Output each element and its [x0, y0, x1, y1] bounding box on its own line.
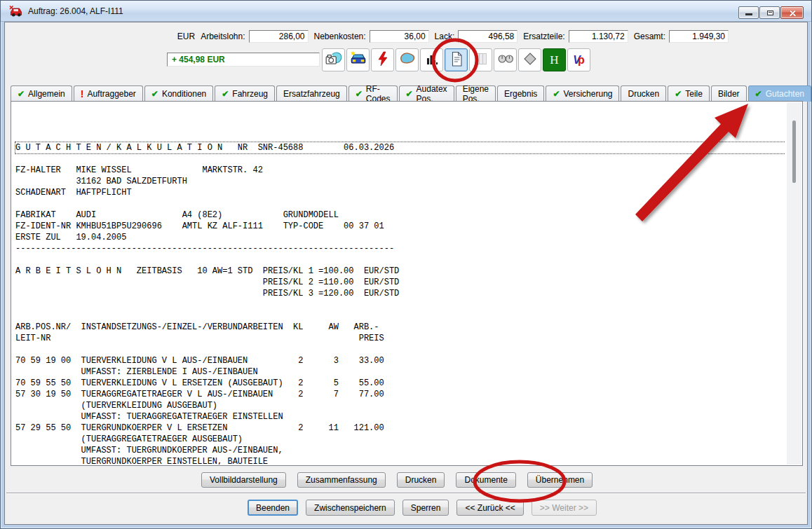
report-line[interactable]: FABRIKAT AUDI A4 (8E2) GRUNDMODELL — [15, 209, 785, 221]
navigation-buttons: BeendenZwischenspeichernSperren<< Zurück… — [248, 500, 597, 516]
button-drucken[interactable]: Drucken — [397, 472, 445, 488]
scrollbar-thumb[interactable] — [792, 121, 796, 183]
summary-field: Lack: 496,58 — [435, 30, 518, 43]
report-line[interactable]: SCHADENART HAFTPFLICHT — [15, 187, 785, 198]
report-line[interactable]: ERSTE ZUL 19.04.2005 — [15, 232, 785, 243]
tab-konditionen[interactable]: Konditionen — [144, 85, 213, 102]
restore-button[interactable] — [759, 6, 780, 19]
diamond-icon — [521, 50, 539, 71]
tab-rf-codes[interactable]: RF-Codes — [349, 85, 398, 102]
minimize-button[interactable] — [738, 6, 759, 19]
tab-label: Versicherung — [563, 89, 612, 99]
report-line[interactable]: UMFASST: ZIERBLENDE I AUS-/EINBAUEN — [15, 366, 785, 378]
tab-teile[interactable]: Teile — [668, 85, 710, 102]
currency-label: EUR — [177, 32, 195, 41]
summary-row: EUR Arbeitslohn: 286,00 Nebenkosten: 36,… — [5, 30, 807, 43]
tab-gutachten[interactable]: Gutachten — [748, 85, 811, 102]
toolbar-button-flash[interactable] — [371, 48, 394, 71]
button-sperren[interactable]: Sperren — [402, 500, 449, 516]
tab-bar: Allgemein Auftraggeber Konditionen Fahrz… — [11, 85, 812, 102]
titlebar[interactable]: Auftrag: 26.004, ALF-I111 — [1, 1, 811, 22]
tab-eigene-pos[interactable]: Eigene Pos. — [456, 85, 496, 102]
tab-fahrzeug[interactable]: Fahrzeug — [215, 85, 275, 102]
tab-label: Fahrzeug — [232, 89, 268, 99]
photo-icon — [325, 50, 343, 71]
content-area: EUR Arbeitslohn: 286,00 Nebenkosten: 36,… — [4, 22, 808, 525]
field-value-nebenkosten: 36,00 — [370, 30, 429, 43]
button-dokumente[interactable]: Dokumente — [456, 472, 515, 488]
toolbar-button-photo[interactable] — [322, 48, 345, 71]
tab-ersatzfahrzeug[interactable]: Ersatzfahrzeug — [276, 85, 347, 102]
report-line[interactable]: (TUERVERKLEIDUNG AUSGEBAUT) — [15, 400, 785, 411]
report-line[interactable]: PREIS/KL 2 =110.00 EUR/STD — [15, 277, 785, 288]
report-line[interactable]: ARB.POS.NR/ INSTANDSETZUNGS-/EINZEL-/VER… — [15, 322, 785, 333]
report-line[interactable]: ----------------------------------------… — [15, 243, 785, 254]
toolbar-button-vp-brand[interactable]: Vp — [567, 48, 590, 71]
h-brand-icon: H — [550, 53, 558, 67]
toolbar-button-gauges[interactable] — [494, 48, 517, 71]
tab-status-icon — [553, 90, 560, 98]
toolbar-button-chart[interactable] — [420, 48, 443, 71]
report-scrollbar[interactable] — [787, 102, 801, 465]
button-beenden[interactable]: Beenden — [248, 500, 298, 516]
button-zur-ck[interactable]: << Zurück << — [456, 500, 523, 516]
field-value-ersatzteile: 1.130,72 — [569, 30, 628, 43]
report-line[interactable]: UMFASST: TUERGRUNDKOERPER AUS-/EINBAUEN, — [15, 445, 785, 456]
report-line[interactable]: G U T A C H T E N / K A L K U L A T I O … — [15, 142, 785, 153]
vp-brand-icon: Vp — [573, 54, 584, 67]
summary-field: Arbeitslohn: 286,00 — [201, 30, 308, 43]
report-line[interactable]: 70 59 19 00 TUERVERKLEIDUNG V L AUS-/EIN… — [15, 355, 785, 366]
report-panel: G U T A C H T E N / K A L K U L A T I O … — [11, 101, 803, 466]
report-line[interactable]: PREIS/KL 3 =120.00 EUR/STD — [15, 288, 785, 299]
report-line[interactable] — [15, 254, 785, 266]
difference-value: + 454,98 EUR — [172, 55, 225, 64]
tab-status-icon — [755, 90, 762, 98]
window-title: Auftrag: 26.004, ALF-I111 — [28, 6, 123, 16]
tab-drucken[interactable]: Drucken — [621, 85, 666, 102]
toolbar-button-diamond[interactable] — [518, 48, 541, 71]
toolbar-button-paint[interactable] — [395, 48, 419, 71]
report-line[interactable] — [15, 198, 785, 209]
report-line[interactable] — [15, 344, 785, 355]
close-button[interactable] — [780, 6, 804, 19]
report-line[interactable]: LEIT-NR PREIS — [15, 333, 785, 344]
report-line[interactable]: 57 30 19 50 TUERAGGREGATETRAEGER V L AUS… — [15, 389, 785, 400]
report-line[interactable]: 70 59 55 50 TUERVERKLEIDUNG V L ERSETZEN… — [15, 378, 785, 389]
toolbar-button-document[interactable] — [445, 48, 468, 71]
toolbar-button-columns[interactable] — [469, 48, 492, 71]
tab-allgemein[interactable]: Allgemein — [11, 85, 72, 102]
report-line[interactable]: TUERGRUNDKOERPER EINSTELLEN, BAUTEILE — [15, 456, 785, 465]
button-zwischenspeichern[interactable]: Zwischenspeichern — [306, 500, 395, 516]
report-line[interactable] — [15, 299, 785, 310]
tab-bilder[interactable]: Bilder — [711, 85, 747, 102]
report-line[interactable] — [15, 310, 785, 322]
button-weiter[interactable]: >> Weiter >> — [532, 500, 597, 516]
tab-label: Bilder — [718, 89, 740, 99]
toolbar-button-vehicle[interactable] — [346, 48, 370, 71]
report-line[interactable]: 57 29 55 50 TUERGRUNDKOERPER V L ERSETZE… — [15, 422, 785, 434]
field-label-nebenkosten: Nebenkosten: — [314, 32, 366, 41]
field-value-gesamt: 1.949,30 — [669, 30, 729, 43]
field-label-lack: Lack: — [435, 32, 455, 41]
report-line[interactable]: FZ-HALTER MIKE WISSEL MARKTSTR. 42 — [15, 165, 785, 176]
tab-status-icon — [406, 90, 413, 98]
tab-auftraggeber[interactable]: Auftraggeber — [74, 85, 143, 102]
tab-label: Allgemein — [28, 89, 65, 99]
tab-label: Gutachten — [766, 89, 804, 99]
report-text[interactable]: G U T A C H T E N / K A L K U L A T I O … — [13, 109, 785, 465]
report-line[interactable]: 31162 BAD SALZDETFURTH — [15, 176, 785, 187]
button-zusammenfassung[interactable]: Zusammenfassung — [297, 472, 386, 488]
tab-status-icon — [18, 90, 25, 98]
report-line[interactable]: (TUERAGGREGATETRAEGER AUSGEBAUT) — [15, 434, 785, 445]
report-line[interactable]: FZ-IDENT-NR KMHBU51BP5U290696 AMTL KZ AL… — [15, 221, 785, 232]
button-bernehmen[interactable]: Übernehmen — [527, 472, 593, 488]
report-line[interactable] — [15, 153, 785, 165]
tab-ergebnis[interactable]: Ergebnis — [497, 85, 544, 102]
button-vollbilddarstellung[interactable]: Vollbilddarstellung — [201, 472, 286, 488]
report-line[interactable]: UMFASST: TUERAGGREGATETRAEGER EINSTELLEN — [15, 411, 785, 422]
tab-status-icon — [222, 90, 229, 98]
toolbar-button-h-brand[interactable]: H — [543, 48, 566, 71]
report-line[interactable]: A R B E I T S L O H N ZEITBASIS 10 AW=1 … — [15, 266, 785, 277]
tab-versicherung[interactable]: Versicherung — [546, 85, 619, 102]
tab-audatex-pos[interactable]: Audatex Pos. — [399, 85, 454, 102]
